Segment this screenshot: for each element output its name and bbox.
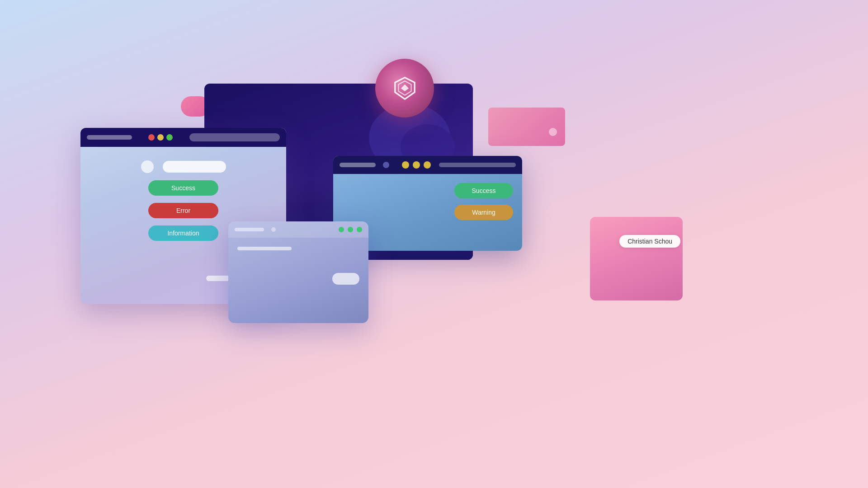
dot-small-bottom: [271, 227, 276, 232]
dot-yellow-2: [413, 161, 420, 169]
green-dot-3: [357, 227, 362, 232]
warning-button-right[interactable]: Warning: [454, 205, 513, 220]
green-dot-2: [348, 227, 353, 232]
circle-toggle[interactable]: [141, 160, 154, 173]
dot-yellow: [157, 134, 164, 141]
url-bar-right-left-window: [189, 133, 280, 141]
bottom-toggle[interactable]: [332, 273, 359, 285]
window-bottom-body: [228, 238, 368, 294]
url-bar-right-window: [340, 163, 376, 167]
input-bar[interactable]: [163, 161, 226, 173]
error-button[interactable]: Error: [148, 203, 218, 218]
bottom-line: [237, 247, 292, 250]
window-bottom: [228, 221, 368, 323]
window-bottom-titlebar: [228, 221, 368, 238]
bottom-toggle-area: [237, 273, 359, 285]
christian-schou-label: Christian Schou: [619, 235, 680, 248]
dot-yellow-3: [424, 161, 431, 169]
success-button-right[interactable]: Success: [454, 183, 513, 198]
url-bar-right-window-2: [439, 163, 516, 167]
window-left-titlebar: [80, 128, 286, 147]
window-right-titlebar: [333, 156, 522, 174]
green-dot-1: [339, 227, 344, 232]
right-window-dots: [393, 161, 431, 169]
decoration-rect-top-right: [488, 108, 565, 146]
syncfusion-logo-icon: [390, 74, 420, 103]
dot-red: [148, 134, 155, 141]
window-left-row1: [141, 160, 226, 173]
success-button[interactable]: Success: [148, 180, 218, 196]
information-button[interactable]: Information: [148, 225, 218, 241]
logo-circle: [375, 59, 434, 117]
decoration-pink-card-right: [590, 217, 683, 300]
url-bar-left: [87, 135, 132, 140]
dot-yellow-1: [402, 161, 409, 169]
window-right-body: Success Warning: [333, 174, 522, 229]
dot-purple: [383, 162, 389, 168]
dot-green: [166, 134, 173, 141]
url-bar-bottom: [235, 228, 264, 231]
